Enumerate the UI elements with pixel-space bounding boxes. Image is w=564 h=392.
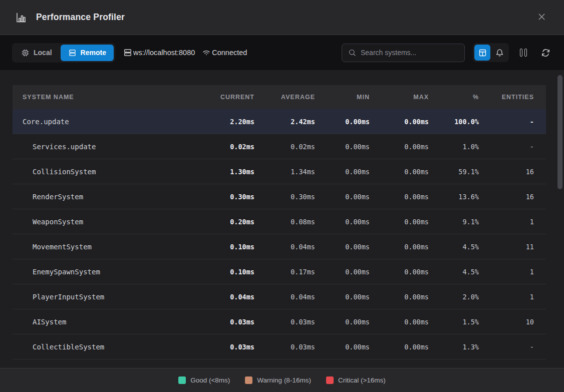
bar-chart-icon: [15, 12, 27, 24]
table-row[interactable]: CollisionSystem 1.30ms 1.34ms 0.00ms 0.0…: [13, 159, 546, 184]
profiler-content: SYSTEM NAME CURRENT AVERAGE MIN MAX % EN…: [0, 70, 564, 368]
current-cell: 0.03ms: [211, 343, 266, 351]
search-box[interactable]: [342, 44, 465, 62]
table-row[interactable]: RenderSystem 0.30ms 0.30ms 0.00ms 0.00ms…: [13, 184, 546, 209]
alerts-button[interactable]: [491, 45, 507, 61]
min-cell: 0.00ms: [327, 318, 382, 326]
percent-cell: 9.1%: [441, 218, 491, 226]
table-body: Core.update 2.20ms 2.42ms 0.00ms 0.00ms …: [13, 109, 546, 359]
legend-item-warning: Warning (8-16ms): [245, 376, 311, 384]
current-cell: 0.10ms: [211, 268, 266, 276]
table-row[interactable]: EnemySpawnSystem 0.10ms 0.17ms 0.00ms 0.…: [13, 259, 546, 284]
refresh-button[interactable]: [539, 46, 552, 59]
percent-cell: 2.0%: [441, 293, 491, 301]
entities-cell: 1: [491, 218, 546, 226]
column-header-average: AVERAGE: [266, 94, 327, 101]
current-cell: 2.20ms: [211, 118, 266, 126]
system-name-cell: Core.update: [13, 118, 211, 126]
current-cell: 0.30ms: [211, 193, 266, 201]
current-cell: 0.03ms: [211, 318, 266, 326]
connection-status: Connected: [202, 48, 247, 57]
average-cell: 0.02ms: [266, 143, 327, 151]
min-cell: 0.00ms: [327, 268, 382, 276]
current-cell: 1.30ms: [211, 168, 266, 176]
legend-item-critical: Critical (>16ms): [326, 376, 386, 384]
average-cell: 0.17ms: [266, 268, 327, 276]
current-cell: 0.04ms: [211, 293, 266, 301]
max-cell: 0.00ms: [382, 293, 441, 301]
system-name-cell: CollisionSystem: [13, 168, 211, 176]
table-header: SYSTEM NAME CURRENT AVERAGE MIN MAX % EN…: [13, 85, 546, 109]
critical-swatch-icon: [326, 376, 334, 384]
threshold-legend: Good (<8ms) Warning (8-16ms) Critical (>…: [0, 368, 564, 392]
current-cell: 0.10ms: [211, 243, 266, 251]
entities-cell: 16: [491, 193, 546, 201]
connection-info: ws://localhost:8080 Connected: [123, 48, 247, 57]
table-row[interactable]: CollectibleSystem 0.03ms 0.03ms 0.00ms 0…: [13, 334, 546, 359]
min-cell: 0.00ms: [327, 243, 382, 251]
column-header-max: MAX: [382, 94, 441, 101]
table-row[interactable]: WeaponSystem 0.20ms 0.08ms 0.00ms 0.00ms…: [13, 209, 546, 234]
average-cell: 0.04ms: [266, 243, 327, 251]
column-header-system-name: SYSTEM NAME: [13, 94, 211, 101]
systems-table: SYSTEM NAME CURRENT AVERAGE MIN MAX % EN…: [13, 85, 546, 359]
system-name-cell: Services.update: [13, 143, 211, 151]
source-segmented-control: Local Remote: [12, 43, 115, 63]
bell-icon: [495, 49, 504, 57]
max-cell: 0.00ms: [382, 218, 441, 226]
remote-tab-button[interactable]: Remote: [61, 45, 114, 61]
max-cell: 0.00ms: [382, 193, 441, 201]
current-cell: 0.02ms: [211, 143, 266, 151]
average-cell: 2.42ms: [266, 118, 327, 126]
performance-profiler-window: Performance Profiler Local: [0, 0, 564, 392]
entities-cell: -: [491, 118, 546, 126]
min-cell: 0.00ms: [327, 293, 382, 301]
percent-cell: 4.5%: [441, 243, 491, 251]
good-swatch-icon: [178, 376, 186, 384]
cpu-icon: [21, 49, 30, 57]
remote-tab-label: Remote: [81, 49, 106, 57]
table-view-button[interactable]: [474, 45, 490, 61]
system-name-cell: CollectibleSystem: [13, 343, 211, 351]
min-cell: 0.00ms: [327, 343, 382, 351]
pause-button[interactable]: [517, 46, 530, 59]
table-row[interactable]: AISystem 0.03ms 0.03ms 0.00ms 0.00ms 1.5…: [13, 309, 546, 334]
legend-label: Warning (8-16ms): [257, 376, 311, 384]
max-cell: 0.00ms: [382, 143, 441, 151]
max-cell: 0.00ms: [382, 118, 441, 126]
legend-label: Critical (>16ms): [338, 376, 386, 384]
table-row[interactable]: Core.update 2.20ms 2.42ms 0.00ms 0.00ms …: [13, 109, 546, 134]
max-cell: 0.00ms: [382, 318, 441, 326]
view-toggle-group: [473, 43, 509, 62]
min-cell: 0.00ms: [327, 193, 382, 201]
entities-cell: -: [491, 343, 546, 351]
vertical-scrollbar[interactable]: [557, 75, 562, 189]
system-name-cell: AISystem: [13, 318, 211, 326]
max-cell: 0.00ms: [382, 268, 441, 276]
legend-item-good: Good (<8ms): [178, 376, 230, 384]
local-tab-button[interactable]: Local: [14, 45, 60, 61]
server-icon: [123, 48, 132, 57]
system-name-cell: PlayerInputSystem: [13, 293, 211, 301]
entities-cell: 1: [491, 268, 546, 276]
column-header-current: CURRENT: [211, 94, 266, 101]
table-row[interactable]: Services.update 0.02ms 0.02ms 0.00ms 0.0…: [13, 134, 546, 159]
column-header-entities: ENTITIES: [491, 94, 546, 101]
wifi-icon: [202, 48, 211, 57]
page-title: Performance Profiler: [36, 12, 125, 23]
table-row[interactable]: PlayerInputSystem 0.04ms 0.04ms 0.00ms 0…: [13, 284, 546, 309]
percent-cell: 59.1%: [441, 168, 491, 176]
search-input[interactable]: [361, 49, 458, 57]
system-name-cell: EnemySpawnSystem: [13, 268, 211, 276]
table-row[interactable]: MovementSystem 0.10ms 0.04ms 0.00ms 0.00…: [13, 234, 546, 259]
percent-cell: 13.6%: [441, 193, 491, 201]
max-cell: 0.00ms: [382, 343, 441, 351]
entities-cell: -: [491, 143, 546, 151]
percent-cell: 1.5%: [441, 318, 491, 326]
warning-swatch-icon: [245, 376, 252, 384]
toolbar: Local Remote: [0, 35, 564, 70]
server-icon: [68, 49, 77, 57]
column-header-min: MIN: [327, 94, 382, 101]
close-button[interactable]: [533, 9, 550, 26]
title-bar: Performance Profiler: [0, 0, 564, 35]
